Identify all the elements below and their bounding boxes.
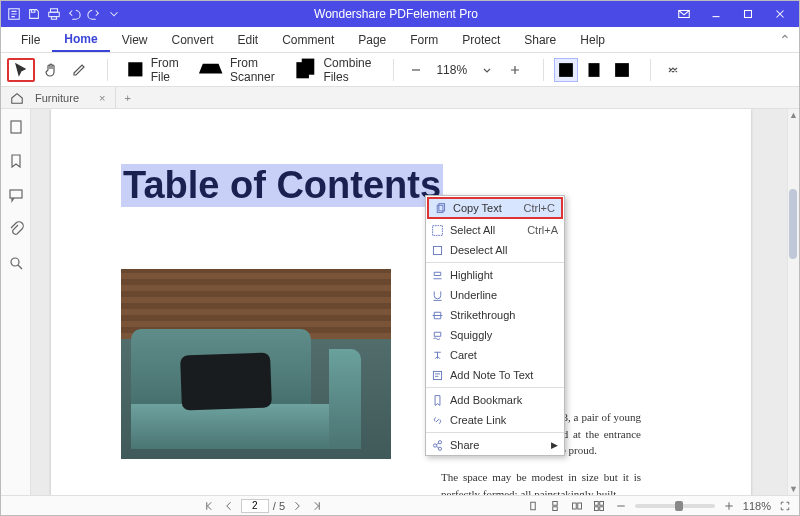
ctx-bookmark-label: Add Bookmark (450, 394, 522, 406)
hand-tool[interactable] (39, 58, 63, 82)
menu-help[interactable]: Help (568, 29, 617, 51)
menu-file[interactable]: File (9, 29, 52, 51)
menu-edit[interactable]: Edit (226, 29, 271, 51)
fit-width-button[interactable] (554, 58, 578, 82)
first-page-button[interactable] (201, 498, 217, 514)
app-title: Wondershare PDFelement Pro (123, 7, 669, 21)
svg-rect-16 (437, 205, 443, 212)
ctx-bookmark[interactable]: Add Bookmark (426, 390, 564, 410)
menu-protect[interactable]: Protect (450, 29, 512, 51)
menu-share[interactable]: Share (512, 29, 568, 51)
menu-comment[interactable]: Comment (270, 29, 346, 51)
save-icon[interactable] (25, 5, 43, 23)
ctx-share-label: Share (450, 439, 479, 451)
ctx-squiggly[interactable]: Squiggly (426, 325, 564, 345)
page-number-input[interactable] (241, 499, 269, 513)
mail-icon[interactable] (669, 4, 699, 24)
print-icon[interactable] (45, 5, 63, 23)
view-continuous-icon[interactable] (547, 498, 563, 514)
thumbnails-icon[interactable] (6, 117, 26, 137)
edit-tool[interactable] (67, 58, 91, 82)
svg-rect-6 (745, 11, 752, 18)
vertical-scrollbar[interactable]: ▲ ▼ (787, 109, 799, 495)
from-scanner-button[interactable]: From Scanner (189, 58, 281, 82)
bookmark-icon[interactable] (6, 151, 26, 171)
svg-rect-19 (433, 246, 441, 254)
link-icon (430, 413, 444, 427)
ctx-select-all-label: Select All (450, 224, 495, 236)
select-tool[interactable] (7, 58, 35, 82)
comments-icon[interactable] (6, 185, 26, 205)
ctx-caret-label: Caret (450, 349, 477, 361)
ctx-add-note[interactable]: Add Note To Text (426, 365, 564, 385)
ctx-strike[interactable]: Strikethrough (426, 305, 564, 325)
document-viewport[interactable]: Table of Contents On a quaint summer of … (31, 109, 787, 495)
tab-home-icon[interactable] (7, 89, 27, 107)
search-icon[interactable] (6, 253, 26, 273)
ctx-select-all[interactable]: Select All Ctrl+A (426, 220, 564, 240)
close-button[interactable] (765, 4, 795, 24)
scroll-down-icon[interactable]: ▼ (788, 483, 799, 495)
ctx-copy-text[interactable]: Copy Text Ctrl+C (427, 197, 563, 219)
scroll-up-icon[interactable]: ▲ (788, 109, 799, 121)
menu-home[interactable]: Home (52, 28, 109, 52)
ctx-highlight[interactable]: Highlight (426, 265, 564, 285)
attachments-icon[interactable] (6, 219, 26, 239)
menu-form[interactable]: Form (398, 29, 450, 51)
from-file-label: From File (151, 56, 179, 84)
ctx-link-label: Create Link (450, 414, 506, 426)
page-navigator: / 5 (201, 498, 325, 514)
ctx-underline[interactable]: Underline (426, 285, 564, 305)
maximize-button[interactable] (733, 4, 763, 24)
redo-icon[interactable] (85, 5, 103, 23)
combine-label: Combine Files (323, 56, 371, 84)
selected-heading[interactable]: Table of Contents (121, 164, 443, 207)
last-page-button[interactable] (309, 498, 325, 514)
ctx-deselect[interactable]: Deselect All (426, 240, 564, 260)
scroll-thumb[interactable] (789, 189, 797, 259)
fullscreen-icon[interactable] (777, 498, 793, 514)
svg-rect-26 (553, 506, 558, 510)
fit-page-button[interactable] (582, 58, 606, 82)
zoom-out-button[interactable] (404, 58, 428, 82)
read-mode-button[interactable] (661, 58, 685, 82)
actual-size-button[interactable] (610, 58, 634, 82)
undo-icon[interactable] (65, 5, 83, 23)
svg-rect-18 (432, 225, 442, 235)
menu-page[interactable]: Page (346, 29, 398, 51)
qat-dropdown-icon[interactable] (105, 5, 123, 23)
view-single-icon[interactable] (525, 498, 541, 514)
ctx-squiggly-label: Squiggly (450, 329, 492, 341)
ribbon-collapse-icon[interactable]: ⌃ (779, 32, 791, 48)
zoom-in-status-button[interactable] (721, 498, 737, 514)
zoom-dropdown-icon[interactable] (475, 58, 499, 82)
zoom-out-status-button[interactable] (613, 498, 629, 514)
zoom-in-button[interactable] (503, 58, 527, 82)
ctx-caret[interactable]: Caret (426, 345, 564, 365)
svg-rect-29 (594, 501, 598, 505)
svg-rect-3 (49, 12, 60, 16)
tab-document[interactable]: Furniture × (27, 87, 116, 108)
next-page-button[interactable] (289, 498, 305, 514)
bookmark-small-icon (430, 393, 444, 407)
svg-rect-14 (10, 190, 22, 198)
view-facing-continuous-icon[interactable] (591, 498, 607, 514)
ctx-share[interactable]: Share ▶ (426, 435, 564, 455)
from-file-button[interactable]: From File (118, 58, 185, 82)
zoom-status-value: 118% (743, 500, 771, 512)
svg-rect-9 (301, 59, 314, 75)
tab-close-icon[interactable]: × (99, 92, 105, 104)
menu-convert[interactable]: Convert (159, 29, 225, 51)
document-paragraph-2: The space may be modest in size but it i… (441, 469, 641, 495)
document-page: Table of Contents On a quaint summer of … (51, 109, 751, 495)
prev-page-button[interactable] (221, 498, 237, 514)
ctx-link[interactable]: Create Link (426, 410, 564, 430)
minimize-button[interactable] (701, 4, 731, 24)
page-total: / 5 (273, 500, 285, 512)
tab-add-button[interactable]: + (116, 92, 138, 104)
combine-files-button[interactable]: Combine Files (285, 58, 378, 82)
zoom-slider-knob[interactable] (675, 501, 683, 511)
view-facing-icon[interactable] (569, 498, 585, 514)
zoom-slider[interactable] (635, 504, 715, 508)
menu-view[interactable]: View (110, 29, 160, 51)
